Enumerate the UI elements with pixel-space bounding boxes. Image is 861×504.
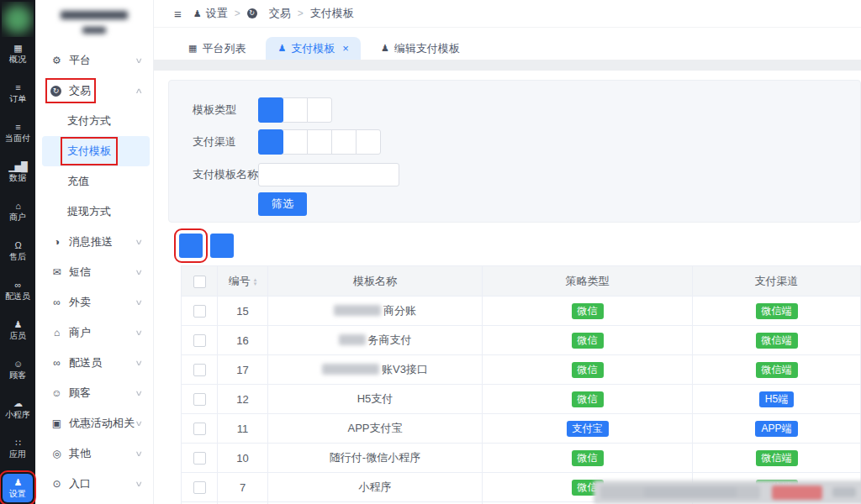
sidebar-item[interactable]: ◑ 消息推送 ∨ xyxy=(35,227,153,257)
row-template-name: 随行付-微信小程序 xyxy=(268,444,483,473)
sidebar-item[interactable]: 充值 xyxy=(35,166,153,197)
table-row: 12 H5支付 微信 H5端 xyxy=(182,385,861,414)
add-template-button[interactable] xyxy=(179,234,203,258)
grid-icon: ▦ xyxy=(188,43,197,54)
tab[interactable]: ♟ 编辑支付模板 xyxy=(369,37,472,60)
tab[interactable]: ♟ 支付模板 × xyxy=(266,37,360,60)
redacted-blob-red xyxy=(772,486,822,500)
row-checkbox[interactable] xyxy=(193,305,206,318)
sidebar-item[interactable]: 提现方式 xyxy=(35,197,153,227)
template-name-input[interactable] xyxy=(258,163,399,186)
select-all-checkbox[interactable] xyxy=(193,276,206,288)
sort-icon[interactable]: ▴▾ xyxy=(254,277,257,286)
sidebar-item[interactable]: ↻ 交易 ∧ xyxy=(35,76,153,106)
row-id: 10 xyxy=(218,444,268,473)
filter-submit-button[interactable]: 筛选 xyxy=(258,192,307,216)
sidebar-item[interactable]: ⌂ 商户 ∨ xyxy=(35,318,153,348)
sidebar-item[interactable]: ◎ 其他 ∨ xyxy=(35,438,153,469)
rail-item-label: 设置 xyxy=(9,489,26,499)
pay-channel-group xyxy=(258,129,381,155)
rail-item[interactable]: ☁ 小程序 xyxy=(3,395,33,423)
redacted-logo xyxy=(3,5,32,34)
redacted-brand-sub xyxy=(82,27,106,34)
rail-item[interactable]: ☺ 顾客 xyxy=(3,355,33,384)
sidebar-item-label: 消息推送 xyxy=(69,234,113,249)
breadcrumb-item[interactable]: ↻ 交易 xyxy=(247,6,291,21)
template-name-text: 随行付-微信小程序 xyxy=(330,451,420,464)
rail-item[interactable]: ▦ 概况 xyxy=(3,39,33,68)
sidebar-item[interactable]: 支付方式 xyxy=(35,106,153,136)
template-name-text: 商分账 xyxy=(383,304,416,317)
sidebar-item[interactable]: ⊙ 入口 ∨ xyxy=(35,469,153,499)
sidebar-item[interactable]: ✉ 短信 ∨ xyxy=(35,257,153,287)
template-name-text: 小程序 xyxy=(359,480,392,493)
miniapp-icon: ☁ xyxy=(13,398,22,409)
rail-item[interactable]: ≡ 当面付 xyxy=(3,118,33,147)
table-row: 10 随行付-微信小程序 微信 微信端 xyxy=(182,444,861,473)
rail-item[interactable]: ▁▅█ 数据 xyxy=(3,158,33,186)
rail-item[interactable]: ∞ 配送员 xyxy=(3,276,33,305)
sidebar-item[interactable]: ⚙ 平台 ∨ xyxy=(35,45,153,76)
sidebar-item[interactable]: ∞ 配送员 ∨ xyxy=(35,348,153,378)
row-checkbox[interactable] xyxy=(193,452,206,465)
sidebar-item[interactable]: ▣ 优惠活动相关 ∨ xyxy=(35,408,153,438)
sidebar-collapse-icon[interactable]: ≡ xyxy=(174,7,182,21)
tab[interactable]: ▦ 平台列表 xyxy=(177,37,257,60)
col-id-label: 编号 xyxy=(229,275,251,287)
strategy-badge: 微信 xyxy=(572,333,604,349)
filter-option-button[interactable] xyxy=(307,97,332,123)
redacted-blob xyxy=(644,487,737,497)
row-checkbox[interactable] xyxy=(193,364,206,376)
strategy-badge: 微信 xyxy=(572,303,604,319)
chevron-down-icon: ∨ xyxy=(135,268,144,276)
sidebar-item[interactable]: 支付模板 xyxy=(42,136,150,166)
col-strategy: 策略类型 xyxy=(483,266,693,297)
aftersale-icon: Ω xyxy=(14,240,20,251)
table-row: 15 商分账 微信 微信端 xyxy=(182,297,861,326)
app-logo xyxy=(2,2,34,37)
row-checkbox[interactable] xyxy=(193,393,206,406)
rail-item-label: 配送员 xyxy=(5,291,30,302)
sidebar-item-label: 配送员 xyxy=(69,355,102,370)
sidebar-item-label: 优惠活动相关 xyxy=(69,416,135,431)
breadcrumb-item[interactable]: ♟ 设置 xyxy=(193,6,228,21)
row-checkbox[interactable] xyxy=(193,481,206,494)
filter-option-button[interactable] xyxy=(283,97,308,123)
filter-option-button[interactable] xyxy=(258,129,283,155)
filter-option-button[interactable] xyxy=(331,129,357,155)
add-template-button[interactable] xyxy=(210,234,234,258)
sidebar-item-main: ◎ 其他 xyxy=(50,446,91,461)
breadcrumb-bar: ≡ ♟ 设置 > ↻ 交易 > 支付模板 xyxy=(153,0,861,28)
sidebar-item[interactable]: ∞ 外卖 ∨ xyxy=(35,287,153,318)
sidebar-item-main: 支付方式 xyxy=(67,113,111,129)
row-checkbox[interactable] xyxy=(193,334,206,347)
filter-option-button[interactable] xyxy=(283,129,308,155)
redacted-text xyxy=(339,334,366,345)
sidebar-item-label: 外卖 xyxy=(69,295,91,310)
rail-item-label: 顾客 xyxy=(9,370,26,381)
breadcrumb-item[interactable]: 支付模板 xyxy=(310,6,354,21)
rail-item[interactable]: ∷ 应用 xyxy=(3,434,33,463)
filter-option-button[interactable] xyxy=(307,129,332,155)
transaction-icon: ↻ xyxy=(247,8,257,18)
strategy-badge: 微信 xyxy=(572,450,604,466)
filter-option-button[interactable] xyxy=(356,129,381,155)
rail-item[interactable]: ≡ 订单 xyxy=(3,79,33,108)
tab-close-icon[interactable]: × xyxy=(342,42,349,55)
template-name-label: 支付模板名称 xyxy=(193,167,258,182)
sidebar-item[interactable]: ☺ 顾客 ∨ xyxy=(35,378,153,408)
rail-item[interactable]: Ω 售后 xyxy=(3,237,33,265)
rail-item[interactable]: ♟ 设置 xyxy=(3,474,33,502)
rail-item[interactable]: ♟ 店员 xyxy=(3,316,33,344)
rail-item-label: 小程序 xyxy=(5,410,30,420)
row-checkbox[interactable] xyxy=(193,423,206,435)
table-row: 11 APP支付宝 支付宝 APP端 xyxy=(182,414,861,444)
other-icon: ◎ xyxy=(50,448,63,459)
main-area: ≡ ♟ 设置 > ↻ 交易 > 支付模板 ▦ 平台列表 ♟ 支付模板 × ♟ 编… xyxy=(153,0,861,504)
rail-item[interactable]: ⌂ 商户 xyxy=(3,197,33,226)
chevron-down-icon: ∨ xyxy=(135,328,144,337)
app-rail: ▦ 概况 ≡ 订单 ≡ 当面付 ▁▅█ 数据 ⌂ 商户 Ω 售后 ∞ 配送员 ♟… xyxy=(0,0,35,504)
sidebar-item-label: 交易 xyxy=(69,83,91,98)
facepay-icon: ≡ xyxy=(15,122,19,133)
filter-option-button[interactable] xyxy=(258,97,283,123)
